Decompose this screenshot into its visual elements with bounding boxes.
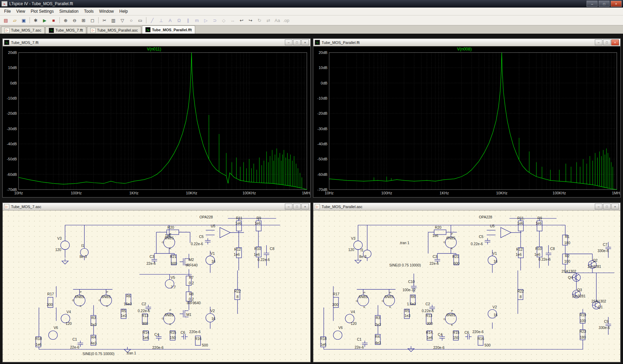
tab-label: Tube_MOS_7.fft	[55, 28, 83, 32]
tab-label: Tube_MOS_7.asc	[11, 28, 41, 32]
zoom-in-icon[interactable]: ⊕	[61, 16, 70, 24]
open-file-icon[interactable]: ▱	[10, 16, 19, 24]
menu-help[interactable]: Help	[116, 8, 131, 14]
undo-icon[interactable]: ↩	[237, 16, 246, 24]
minimize-button[interactable]: –	[285, 204, 292, 209]
fft-plot-tube-mos-7[interactable]: 20dB10dB0dB-10dB-20dB-30dB-40dB-50dB-60d…	[3, 46, 310, 197]
redo-icon[interactable]: ↪	[246, 16, 255, 24]
close-button[interactable]: ×	[301, 204, 309, 209]
svg-text:1KHz: 1KHz	[440, 191, 449, 195]
fft-right-titlebar[interactable]: ∿ Tube_MOS_Parallel.fft – □ ×	[313, 39, 620, 46]
svg-text:100: 100	[564, 260, 570, 263]
svg-text:.tran 1: .tran 1	[399, 241, 410, 245]
maximize-button[interactable]: □	[599, 1, 610, 7]
minimize-button[interactable]: –	[285, 39, 292, 45]
menu-tools[interactable]: Tools	[81, 8, 97, 14]
menu-window[interactable]: Window	[97, 8, 117, 14]
tab-tube-mos-7-asc[interactable]: ▷Tube_MOS_7.asc	[1, 26, 45, 34]
svg-text:330e-6: 330e-6	[598, 249, 609, 253]
maximize-button[interactable]: □	[603, 39, 611, 45]
svg-text:1MHz: 1MHz	[612, 191, 620, 195]
svg-text:R12: R12	[234, 248, 241, 251]
capacitor-icon: ∥	[183, 16, 192, 24]
copy-icon[interactable]: ▥	[109, 16, 118, 24]
svg-text:C3: C3	[433, 255, 437, 259]
minimize-button[interactable]: –	[587, 1, 598, 7]
svg-text:C1: C1	[357, 338, 362, 341]
minimize-button[interactable]: –	[595, 204, 602, 209]
svg-text:300: 300	[142, 322, 148, 326]
svg-text:2sc3281: 2sc3281	[588, 265, 601, 269]
maximize-button[interactable]: □	[293, 204, 301, 209]
fft-plot-tube-mos-parallel[interactable]: 20dB10dB0dB-10dB-20dB-30dB-40dB-50dB-60d…	[313, 46, 620, 197]
svg-text:10Hz: 10Hz	[325, 191, 334, 195]
svg-text:R3: R3	[376, 316, 380, 320]
save-icon[interactable]: ▣	[19, 16, 28, 24]
close-button[interactable]: ×	[611, 204, 619, 209]
svg-text:0.22e-6: 0.22e-6	[138, 309, 150, 313]
svg-text:R5: R5	[121, 309, 126, 313]
svg-text:100Hz: 100Hz	[381, 191, 392, 195]
svg-text:-50dB: -50dB	[318, 157, 327, 161]
menu-simulation[interactable]: Simulation	[57, 8, 81, 14]
svg-text:16: 16	[211, 260, 215, 263]
svg-text:20dB: 20dB	[8, 50, 17, 55]
tab-tube-mos-parallel-fft[interactable]: ∿Tube_MOS_Parallel.fft	[142, 25, 195, 34]
fft-left-title: Tube_MOS_7.fft	[11, 41, 283, 45]
svg-text:K: K	[364, 306, 366, 309]
toolbar-separator	[59, 17, 60, 23]
asc-doc-icon: ▷	[315, 204, 320, 209]
sch-left-titlebar[interactable]: ▷ Tube_MOS_7.asc – □ ×	[3, 203, 310, 211]
find-icon[interactable]: ○	[127, 16, 136, 24]
maximize-button[interactable]: □	[293, 39, 301, 45]
zoom-full-icon[interactable]: ◻	[88, 16, 97, 24]
svg-text:10Hz: 10Hz	[14, 191, 23, 195]
minimize-button[interactable]: –	[595, 39, 602, 45]
resistor-icon: Ω	[175, 16, 183, 24]
svg-text:G: G	[356, 299, 358, 303]
svg-text:0dB: 0dB	[321, 81, 327, 85]
svg-text:1e3: 1e3	[121, 314, 127, 318]
close-button[interactable]: ×	[611, 39, 619, 45]
svg-text:22e-6: 22e-6	[430, 262, 439, 266]
svg-text:K: K	[169, 323, 171, 326]
close-button[interactable]: ×	[611, 1, 622, 7]
svg-text:K: K	[451, 324, 453, 327]
new-schematic-icon[interactable]: ▤	[1, 16, 10, 24]
schematic-canvas-tube-mos-7[interactable]: V3120I18e-3R201e6OPA228U5R111e6R91e6C50.…	[3, 211, 310, 362]
tab-tube-mos-parallel-asc[interactable]: ▷Tube_MOS_Parallel.asc	[87, 26, 141, 34]
svg-text:.tran 1: .tran 1	[126, 351, 136, 355]
zoom-out-icon[interactable]: ⊖	[70, 16, 79, 24]
svg-text:P: P	[80, 291, 81, 294]
svg-text:OPA228: OPA228	[479, 215, 492, 219]
control-panel-icon[interactable]: ✱	[31, 16, 40, 24]
zoom-area-icon[interactable]: ⊞	[79, 16, 88, 24]
svg-text:-20dB: -20dB	[318, 111, 327, 115]
print-icon[interactable]: ▭	[136, 16, 145, 24]
svg-text:V1: V1	[210, 252, 215, 255]
menu-view[interactable]: View	[13, 8, 28, 14]
svg-text:0.22e-6: 0.22e-6	[422, 309, 434, 313]
svg-text:R11.: R11.	[518, 216, 525, 220]
svg-text:R21: R21	[452, 255, 459, 259]
close-button[interactable]: ×	[301, 39, 309, 45]
sch-right-titlebar[interactable]: ▷ Tube_MOS_Parallel.asc – □ ×	[313, 203, 620, 211]
cut-icon[interactable]: ✂	[100, 16, 109, 24]
tab-tube-mos-7-fft[interactable]: ∿Tube_MOS_7.fft	[45, 26, 86, 34]
mdi-area: ∿ Tube_MOS_7.fft – □ × 20dB10dB0dB-10dB-…	[0, 34, 623, 364]
halt-icon[interactable]: ■	[49, 16, 58, 24]
fft-left-titlebar[interactable]: ∿ Tube_MOS_7.fft – □ ×	[3, 39, 310, 46]
menu-plot-settings[interactable]: Plot Settings	[28, 8, 56, 14]
schematic-canvas-tube-mos-parallel[interactable]: V3120I18e-3R201e6.tran 1OPA228U5R11.1e6R…	[313, 211, 620, 362]
svg-text:100KHz: 100KHz	[243, 191, 256, 195]
svg-text:R3: R3	[91, 316, 96, 320]
maximize-button[interactable]: □	[603, 204, 611, 209]
menu-file[interactable]: File	[1, 8, 13, 14]
svg-text:1e6: 1e6	[536, 221, 542, 225]
fft-doc-icon: ∿	[49, 28, 54, 33]
run-icon[interactable]: ▶	[40, 16, 49, 24]
svg-text:G: G	[72, 299, 74, 302]
svg-text:1e6: 1e6	[432, 234, 438, 238]
paste-icon[interactable]: ▽	[118, 16, 127, 24]
svg-text:-10dB: -10dB	[7, 96, 17, 100]
